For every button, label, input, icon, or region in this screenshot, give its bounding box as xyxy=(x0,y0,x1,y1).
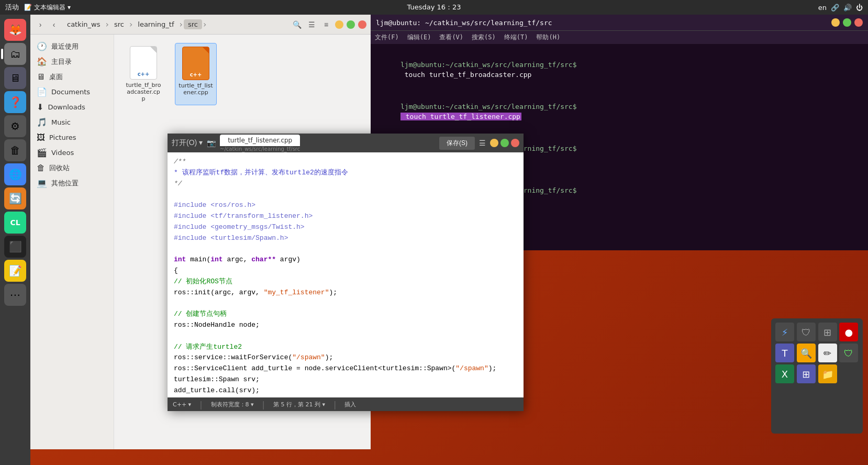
menu-view[interactable]: 查看(V) xyxy=(439,33,463,42)
menu-edit[interactable]: 编辑(E) xyxy=(407,33,431,42)
tray-shield[interactable]: 🛡 xyxy=(797,323,816,341)
file-sidebar: 🕐 最近使用 🏠 主目录 🖥 桌面 📄 Documents ⬇ Download… xyxy=(30,35,114,449)
editor-maximize[interactable] xyxy=(500,139,509,147)
tray-teams[interactable]: T xyxy=(775,344,794,362)
menu-help[interactable]: 帮助(H) xyxy=(536,33,560,42)
network-icon: 🔗 xyxy=(831,4,839,12)
terminal-title: ljm@ubuntu: ~/catkin_ws/src/learning_tf/… xyxy=(376,19,552,27)
code-line-7: #include <geometry_msgs/Twist.h> xyxy=(174,222,517,233)
trash-label: 回收站 xyxy=(49,163,70,173)
dock-terminal[interactable]: ⬛ xyxy=(4,236,26,258)
tray-shield2[interactable]: 🛡 xyxy=(839,344,858,362)
code-line-8: #include <turtlesim/Spawn.h> xyxy=(174,233,517,244)
dock-firefox[interactable]: 🦊 xyxy=(4,19,26,41)
menu-file[interactable]: 文件(F) xyxy=(375,33,399,42)
editor-icon2[interactable]: 📷 xyxy=(207,139,216,147)
file-manager-titlebar: › ‹ catkin_ws › src › learning_tf › src … xyxy=(30,15,371,35)
top-bar: 活动 📝 文本编辑器 ▾ Tuesday 16：23 en 🔗 🔊 ⏻ xyxy=(0,0,868,15)
sidebar-music[interactable]: 🎵 Music xyxy=(30,115,114,130)
lang-indicator[interactable]: en xyxy=(818,4,827,12)
editor-open-btn[interactable]: 打开(O) ▾ xyxy=(172,138,203,148)
sidebar-pictures[interactable]: 🖼 Pictures xyxy=(30,130,114,145)
app-menu[interactable]: 📝 文本编辑器 ▾ xyxy=(24,3,71,12)
dock-apps[interactable]: ⋯ xyxy=(4,284,26,306)
editor-minimize[interactable] xyxy=(490,139,498,147)
sidebar-desktop[interactable]: 🖥 桌面 xyxy=(30,69,114,84)
home-icon: 🏠 xyxy=(37,57,47,67)
documents-icon: 📄 xyxy=(37,87,47,97)
sidebar-documents[interactable]: 📄 Documents xyxy=(30,84,114,99)
desktop-icon: 🖥 xyxy=(37,72,45,82)
editor-path: ~/catkin_ws/src/learning_tf/src xyxy=(220,146,300,152)
sidebar-downloads[interactable]: ⬇ Downloads xyxy=(30,99,114,115)
dock-trash[interactable]: 🗑 xyxy=(4,139,26,161)
close-button[interactable] xyxy=(358,20,366,29)
dock-clion[interactable]: CL xyxy=(4,212,26,234)
terminal-minimize[interactable] xyxy=(831,18,840,27)
editor-title-tab: turtle_tf_listener.cpp xyxy=(220,135,300,146)
breadcrumb-src[interactable]: src xyxy=(110,19,128,29)
file-listener[interactable]: c++ turtle_tf_listener.cpp xyxy=(175,43,217,105)
recent-icon: 🕐 xyxy=(37,41,47,51)
terminal-maximize[interactable] xyxy=(843,18,851,27)
search-button[interactable]: 🔍 xyxy=(291,19,303,30)
dock-settings[interactable]: ⚙ xyxy=(4,115,26,137)
dock-notes[interactable]: 📝 xyxy=(4,260,26,282)
app-name: 文本编辑器 xyxy=(34,3,65,12)
editor-statusbar: C++ ▾ | 制表符宽度：8 ▾ | 第 5 行，第 21 列 ▾ | 插入 xyxy=(168,397,524,411)
breadcrumb-learning[interactable]: learning_tf xyxy=(133,19,178,29)
code-line-2: * 该程序监听tf数据，并计算、发布turtle2的速度指令 xyxy=(174,168,517,179)
code-line-12: // 初始化ROS节点 xyxy=(174,276,517,287)
sidebar-other[interactable]: 💻 其他位置 xyxy=(30,175,114,191)
menu-search[interactable]: 搜索(S) xyxy=(472,33,496,42)
tray-dot[interactable]: ● xyxy=(839,323,858,341)
tray-search[interactable]: 🔍 xyxy=(797,344,816,362)
nav-back[interactable]: ‹ xyxy=(48,19,60,30)
broadcaster-icon: c++ xyxy=(130,46,157,80)
dock-files[interactable]: 🗂 xyxy=(4,43,26,65)
breadcrumb: catkin_ws › src › learning_tf › src › xyxy=(63,19,288,29)
editor-menu-btn[interactable]: ☰ xyxy=(479,139,486,147)
menu-button[interactable]: ≡ xyxy=(320,19,332,30)
editor-save-button[interactable]: 保存(S) xyxy=(439,137,475,150)
dock-help[interactable]: ❓ xyxy=(4,91,26,113)
activities-button[interactable]: 活动 xyxy=(5,3,19,12)
tray-grid2[interactable]: ⊞ xyxy=(797,364,816,383)
videos-label: Videos xyxy=(51,149,74,157)
tray-grid[interactable]: ⊞ xyxy=(818,323,837,341)
tray-erase[interactable]: ✏ xyxy=(818,344,837,362)
code-line-6: #include <tf/transform_listener.h> xyxy=(174,211,517,222)
statusbar-position: 第 5 行，第 21 列 ▾ xyxy=(273,401,325,408)
view-toggle[interactable]: ☰ xyxy=(306,19,317,30)
code-line-3: */ xyxy=(174,179,517,190)
file-broadcaster[interactable]: c++ turtle_tf_broadcaster.cpp xyxy=(123,43,164,105)
breadcrumb-catkin[interactable]: catkin_ws xyxy=(63,19,105,29)
maximize-button[interactable] xyxy=(347,20,355,29)
cmd-1: touch turtle_tf_broadcaster.cpp xyxy=(400,71,531,79)
editor-content[interactable]: /** * 该程序监听tf数据，并计算、发布turtle2的速度指令 */ #i… xyxy=(168,152,524,397)
dock-software[interactable]: 🔄 xyxy=(4,187,26,209)
tray-explorer[interactable]: 📁 xyxy=(818,364,837,383)
sidebar-recent[interactable]: 🕐 最近使用 xyxy=(30,39,114,54)
tray-excel[interactable]: X xyxy=(775,364,794,383)
dock-desktop[interactable]: 🖥 xyxy=(4,67,26,89)
clock: Tuesday 16：23 xyxy=(407,3,461,12)
other-label: 其他位置 xyxy=(51,179,79,188)
menu-terminal[interactable]: 终端(T) xyxy=(504,33,528,42)
editor-window-buttons xyxy=(490,139,519,147)
code-line-16: ros::NodeHandle node; xyxy=(174,320,517,331)
editor-close[interactable] xyxy=(511,139,519,147)
sidebar-home[interactable]: 🏠 主目录 xyxy=(30,54,114,69)
dock-chrome[interactable]: 🌐 xyxy=(4,163,26,185)
top-bar-right: en 🔗 🔊 ⏻ xyxy=(818,4,863,12)
sidebar-trash[interactable]: 🗑 回收站 xyxy=(30,160,114,175)
sidebar-videos[interactable]: 🎬 Videos xyxy=(30,145,114,160)
pictures-label: Pictures xyxy=(49,134,76,141)
tray-bluetooth[interactable]: ⚡ xyxy=(775,323,794,341)
terminal-close[interactable] xyxy=(854,18,863,27)
minimize-button[interactable] xyxy=(335,20,343,29)
nav-forward[interactable]: › xyxy=(35,19,46,30)
terminal-line-2: ljm@ubuntu:~/catkin_ws/src/learning_tf/s… xyxy=(376,91,863,132)
breadcrumb-src2[interactable]: src xyxy=(184,19,202,29)
code-line-11: { xyxy=(174,265,517,276)
